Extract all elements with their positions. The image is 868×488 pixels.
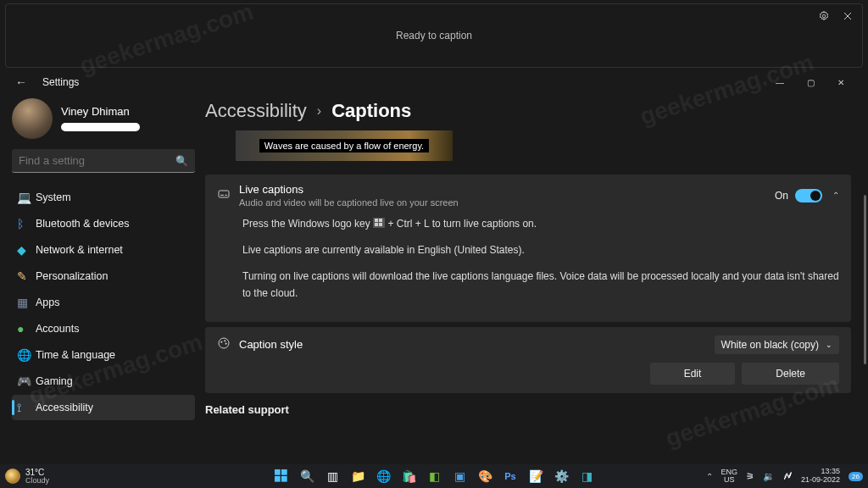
window-close-button[interactable]: ✕ [826, 73, 856, 92]
search-input[interactable] [19, 154, 175, 167]
app-blue-icon[interactable]: ▣ [448, 466, 471, 486]
clock[interactable]: 13:35 21-09-2022 [801, 468, 840, 485]
task-view-icon[interactable]: ▥ [320, 466, 344, 486]
notification-badge[interactable]: 26 [849, 472, 863, 481]
page-title: Captions [331, 100, 411, 122]
edit-button[interactable]: Edit [650, 363, 736, 385]
svg-rect-15 [281, 469, 287, 475]
delete-button[interactable]: Delete [742, 363, 839, 385]
main-layout: Viney Dhiman hidden@outlook.com 🔍 💻Syste… [0, 93, 868, 468]
wifi-icon[interactable]: ⚞ [746, 471, 754, 482]
apps-icon: ▦ [17, 296, 36, 309]
profile-name: Viney Dhiman [61, 105, 140, 118]
sidebar-item-accessibility[interactable]: ⟟Accessibility [12, 395, 195, 420]
sidebar-item-personalization[interactable]: ✎Personalization [12, 263, 195, 289]
file-explorer-icon[interactable]: 📁 [346, 466, 370, 486]
close-icon[interactable] [835, 4, 860, 28]
svg-rect-17 [281, 476, 287, 482]
sidebar: Viney Dhiman hidden@outlook.com 🔍 💻Syste… [0, 93, 202, 468]
accounts-icon: ● [17, 322, 36, 336]
sidebar-item-label: Time & language [36, 349, 115, 361]
svg-point-13 [225, 343, 226, 344]
edge-icon[interactable]: 🌐 [371, 466, 395, 486]
sidebar-item-apps[interactable]: ▦Apps [12, 290, 195, 315]
caption-bar-text: Ready to caption [396, 30, 472, 42]
app-title: Settings [42, 76, 765, 88]
svg-point-12 [225, 341, 225, 341]
sidebar-item-system[interactable]: 💻System [12, 185, 195, 210]
profile[interactable]: Viney Dhiman hidden@outlook.com [12, 98, 195, 139]
breadcrumb-parent[interactable]: Accessibility [205, 100, 307, 122]
caption-style-title: Caption style [239, 338, 715, 351]
live-captions-toggle[interactable] [795, 189, 822, 202]
avatar [12, 98, 53, 139]
photoshop-icon[interactable]: Ps [498, 466, 522, 486]
weather-icon [5, 469, 20, 484]
toggle-state-label: On [775, 190, 788, 202]
sidebar-item-label: Accessibility [36, 402, 93, 413]
sidebar-item-label: Gaming [36, 375, 73, 387]
sidebar-item-accounts[interactable]: ●Accounts [12, 316, 195, 341]
sidebar-item-time-language[interactable]: 🌐Time & language [12, 342, 195, 368]
lc-line1: Press the Windows logo key + Ctrl + L to… [242, 216, 839, 232]
start-button[interactable] [270, 466, 293, 486]
svg-point-10 [219, 338, 229, 348]
paint-icon[interactable]: 🎨 [473, 466, 497, 486]
svg-rect-3 [219, 191, 229, 197]
back-arrow-icon[interactable]: ← [15, 75, 27, 89]
svg-point-0 [822, 14, 826, 18]
store-icon[interactable]: 🛍️ [397, 466, 420, 486]
bluetooth-devices-icon: ᛒ [17, 217, 36, 230]
svg-rect-14 [275, 469, 281, 475]
related-support-heading: Related support [205, 403, 851, 416]
caption-style-row: Caption style White on black (copy) ⌄ [217, 336, 839, 354]
system-icon: 💻 [17, 191, 36, 204]
notepad-icon[interactable]: 📝 [524, 466, 548, 486]
taskbar-center: 🔍 ▥ 📁 🌐 🛍️ ◧ ▣ 🎨 Ps 📝 ⚙️ ◨ [270, 466, 598, 486]
svg-rect-8 [375, 223, 378, 226]
svg-rect-6 [375, 219, 378, 222]
temperature: 31°C [25, 469, 49, 477]
app-green-icon[interactable]: ◧ [422, 466, 446, 486]
preview-thumbnail[interactable]: Waves are caused by a flow of energy. [236, 130, 453, 161]
chevron-right-icon: › [317, 103, 321, 119]
app-teal-icon[interactable]: ◨ [575, 466, 598, 486]
language-indicator[interactable]: ENG US [721, 469, 738, 484]
sidebar-item-label: Accounts [36, 323, 79, 335]
search-box[interactable]: 🔍 [12, 149, 195, 173]
system-tray[interactable]: ⌃ ENG US ⚞ 🔉 🗲 13:35 21-09-2022 26 [706, 468, 863, 485]
sidebar-item-bluetooth-devices[interactable]: ᛒBluetooth & devices [12, 211, 195, 236]
weather-widget[interactable]: 31°C Cloudy [5, 469, 49, 485]
svg-rect-9 [379, 223, 382, 226]
captions-icon [217, 187, 239, 203]
live-captions-subtitle: Audio and video will be captioned live o… [239, 197, 775, 208]
maximize-button[interactable]: ▢ [795, 73, 826, 92]
personalization-icon: ✎ [17, 269, 36, 283]
caption-style-select[interactable]: White on black (copy) ⌄ [715, 336, 839, 354]
search-icon: 🔍 [175, 155, 188, 167]
battery-icon[interactable]: 🗲 [783, 471, 793, 481]
lc-line2: Live captions are currently available in… [242, 242, 839, 258]
breadcrumb: Accessibility › Captions [205, 93, 851, 130]
search-taskbar-icon[interactable]: 🔍 [295, 466, 319, 486]
vertical-scrollbar[interactable] [864, 195, 866, 364]
tray-chevron-up-icon[interactable]: ⌃ [706, 472, 713, 481]
settings-taskbar-icon[interactable]: ⚙️ [549, 466, 573, 486]
sidebar-item-label: System [36, 191, 71, 203]
live-captions-body: Press the Windows logo key + Ctrl + L to… [217, 208, 839, 313]
palette-icon [217, 336, 239, 352]
volume-icon[interactable]: 🔉 [763, 471, 775, 482]
gear-icon[interactable] [811, 4, 837, 28]
chevron-up-icon[interactable]: ⌃ [832, 191, 839, 200]
sidebar-item-network-internet[interactable]: ◆Network & internet [12, 237, 195, 263]
network-internet-icon: ◆ [17, 243, 36, 257]
live-captions-card: Live captions Audio and video will be ca… [205, 175, 851, 322]
sidebar-item-label: Apps [36, 297, 60, 308]
minimize-button[interactable]: — [765, 73, 795, 92]
profile-email: hidden@outlook.com [61, 123, 140, 131]
window-header: ← Settings — ▢ ✕ [0, 68, 868, 93]
taskbar: 31°C Cloudy 🔍 ▥ 📁 🌐 🛍️ ◧ ▣ 🎨 Ps 📝 ⚙️ ◨ ⌃… [0, 464, 868, 488]
sidebar-item-gaming[interactable]: 🎮Gaming [12, 369, 195, 394]
live-captions-header[interactable]: Live captions Audio and video will be ca… [217, 183, 839, 208]
svg-point-11 [221, 341, 222, 342]
